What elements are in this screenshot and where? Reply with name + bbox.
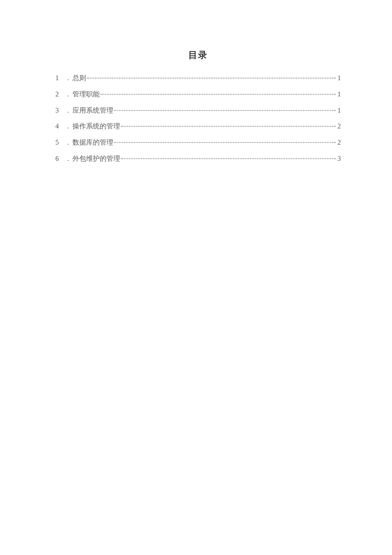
toc-entry[interactable]: 4 ． 操作系统的管理 2: [55, 122, 341, 131]
toc-entry-number: 6: [55, 154, 62, 163]
toc-leader-dots: [121, 126, 336, 127]
toc-entry-label: 应用系统管理: [72, 106, 113, 115]
toc-entry-separator: ．: [65, 90, 72, 99]
toc-leader-dots: [114, 110, 336, 111]
toc-entry-label: 操作系统的管理: [72, 122, 120, 131]
toc-entry-number: 3: [55, 106, 62, 115]
toc-entry-number: 1: [55, 74, 62, 83]
toc-entry-separator: ．: [65, 106, 72, 115]
toc-entry-page: 2: [337, 122, 341, 131]
toc-entry-separator: ．: [65, 74, 72, 83]
toc-leader-dots: [121, 158, 336, 159]
document-page: 目录 1 ． 总则 1 2 ． 管理职能 1 3 ． 应用系统管理 1 4 ． …: [0, 0, 392, 163]
toc-entry-page: 1: [337, 74, 341, 83]
toc-entry-separator: ．: [65, 138, 72, 147]
toc-leader-dots: [87, 78, 336, 78]
toc-entry[interactable]: 3 ． 应用系统管理 1: [55, 106, 341, 115]
toc-entry-label: 数据库的管理: [72, 138, 113, 147]
toc-entry-separator: ．: [65, 154, 72, 163]
toc-entry-page: 3: [337, 154, 341, 163]
toc-entry[interactable]: 2 ． 管理职能 1: [55, 90, 341, 99]
toc-entry-label: 管理职能: [72, 90, 100, 99]
toc-entry-page: 1: [337, 90, 341, 99]
toc-entry-page: 1: [337, 106, 341, 115]
toc-entry[interactable]: 5 ． 数据库的管理 2: [55, 138, 341, 147]
toc-entry-label: 外包维护的管理: [72, 154, 120, 163]
toc-entry-number: 5: [55, 138, 62, 147]
toc-entry[interactable]: 1 ． 总则 1: [55, 74, 341, 83]
toc-leader-dots: [101, 94, 336, 95]
toc-leader-dots: [114, 142, 336, 143]
toc-entry-separator: ．: [65, 122, 72, 131]
toc-entry[interactable]: 6 ． 外包维护的管理 3: [55, 154, 341, 163]
toc-entry-page: 2: [337, 138, 341, 147]
toc-entry-number: 4: [55, 122, 62, 131]
toc-entry-label: 总则: [72, 74, 86, 83]
toc-entry-number: 2: [55, 90, 62, 99]
toc-title: 目录: [55, 49, 341, 61]
toc-list: 1 ． 总则 1 2 ． 管理职能 1 3 ． 应用系统管理 1 4 ． 操作系…: [55, 74, 341, 163]
